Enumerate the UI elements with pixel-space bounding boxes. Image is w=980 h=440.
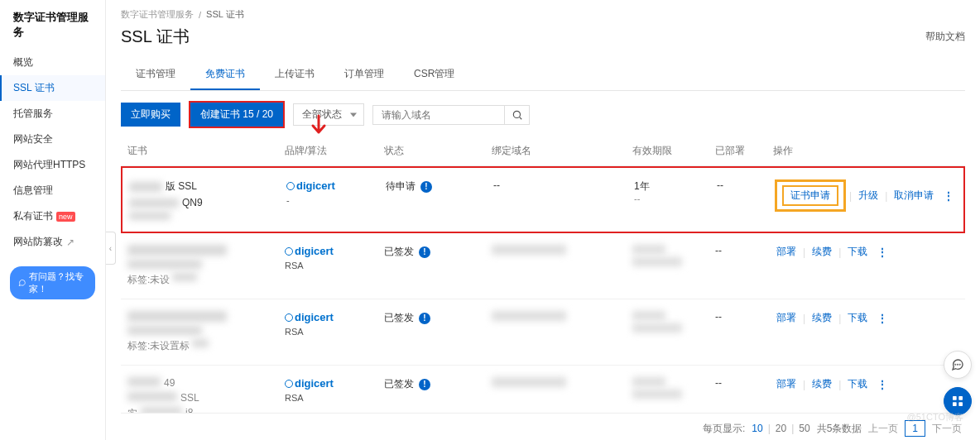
search-button[interactable] xyxy=(505,105,530,125)
action-download[interactable]: 下载 xyxy=(844,311,871,325)
svg-point-3 xyxy=(958,364,958,365)
svg-rect-8 xyxy=(958,402,963,406)
status-info-icon[interactable]: ! xyxy=(419,246,430,258)
table-row: 标签:未设 digicert RSA 已签发! -- 部署| 续费| 下载 ⋮ xyxy=(121,233,965,299)
tab-free-cert[interactable]: 免费证书 xyxy=(190,60,260,90)
sidebar-item-tamper[interactable]: 网站防篡改↗ xyxy=(0,229,105,255)
expert-help-button[interactable]: 有问题？找专家！ xyxy=(10,266,95,299)
current-page[interactable]: 1 xyxy=(905,420,925,437)
svg-point-0 xyxy=(513,111,520,117)
sidebar-item-website-proxy[interactable]: 网站代理HTTPS xyxy=(0,152,105,178)
pagination: 每页显示: 10 | 20 | 50 共5条数据 上一页 1 下一页 xyxy=(121,413,965,440)
cert-apply-highlight: 证书申请 xyxy=(775,179,846,212)
cert-table: 证书 品牌/算法 状态 绑定域名 有效期限 已部署 操作 版 SSL QN9 d… xyxy=(121,136,965,413)
tab-order-manage[interactable]: 订单管理 xyxy=(329,60,399,90)
more-actions-icon[interactable]: ⋮ xyxy=(874,246,890,258)
grid-icon xyxy=(951,395,964,408)
sidebar-item-website-security[interactable]: 网站安全 xyxy=(0,127,105,152)
apps-button[interactable] xyxy=(944,387,972,415)
external-link-icon: ↗ xyxy=(66,237,74,248)
action-renew[interactable]: 续费 xyxy=(809,245,835,259)
new-badge: new xyxy=(56,212,75,222)
more-actions-icon[interactable]: ⋮ xyxy=(874,379,890,390)
action-download[interactable]: 下载 xyxy=(844,245,871,259)
sidebar-collapse-handle[interactable]: ‹ xyxy=(106,232,116,265)
table-header: 证书 品牌/算法 状态 绑定域名 有效期限 已部署 操作 xyxy=(121,136,965,166)
breadcrumb: 数字证书管理服务 / SSL 证书 xyxy=(121,8,965,21)
th-deployed: 已部署 xyxy=(715,144,773,158)
status-info-icon[interactable]: ! xyxy=(420,181,432,193)
action-cell: 部署| 续费| 下载 ⋮ xyxy=(773,377,958,391)
valid-cell xyxy=(632,245,715,266)
digicert-logo: digicert xyxy=(285,245,384,257)
action-deploy[interactable]: 部署 xyxy=(773,377,800,391)
svg-rect-5 xyxy=(953,396,957,400)
th-cert: 证书 xyxy=(127,144,285,158)
breadcrumb-parent[interactable]: 数字证书管理服务 xyxy=(121,8,194,21)
svg-line-1 xyxy=(519,117,521,119)
th-valid: 有效期限 xyxy=(632,144,715,158)
cert-cell: 标签:未设 xyxy=(127,245,285,287)
digicert-logo: digicert xyxy=(285,311,384,323)
action-upgrade[interactable]: 升级 xyxy=(855,189,882,203)
status-info-icon[interactable]: ! xyxy=(419,379,430,390)
page-title: SSL 证书 xyxy=(121,26,190,48)
brand-cell: digicert RSA xyxy=(285,311,384,337)
float-buttons xyxy=(944,351,972,415)
action-renew[interactable]: 续费 xyxy=(809,311,835,325)
status-filter-select[interactable]: 全部状态 xyxy=(293,103,364,126)
status-info-icon[interactable]: ! xyxy=(419,313,430,324)
valid-cell xyxy=(632,311,715,332)
status-cell: 待申请 ! xyxy=(386,179,493,194)
digicert-logo: digicert xyxy=(285,377,384,390)
create-cert-button[interactable]: 创建证书 15 / 20 xyxy=(190,103,283,127)
deployed-cell: -- xyxy=(715,311,773,323)
chat-icon xyxy=(18,278,26,288)
action-cancel[interactable]: 取消申请 xyxy=(891,189,937,203)
more-actions-icon[interactable]: ⋮ xyxy=(940,190,956,202)
page-size-label: 每页显示: xyxy=(703,422,745,436)
help-doc-link[interactable]: 帮助文档 xyxy=(925,30,965,44)
tab-cert-manage[interactable]: 证书管理 xyxy=(121,60,190,90)
page-size-10[interactable]: 10 xyxy=(752,423,762,434)
sidebar-item-overview[interactable]: 概览 xyxy=(0,50,105,75)
next-page[interactable]: 下一页 xyxy=(932,422,962,436)
th-brand: 品牌/算法 xyxy=(285,144,384,158)
buy-button[interactable]: 立即购买 xyxy=(121,103,180,127)
th-domain: 绑定域名 xyxy=(492,144,632,158)
action-deploy[interactable]: 部署 xyxy=(773,245,800,259)
domain-cell: -- xyxy=(493,179,634,191)
svg-rect-6 xyxy=(958,396,963,400)
breadcrumb-current: SSL 证书 xyxy=(206,8,243,21)
cert-cell: 49 SSL 实j8 标签: xyxy=(127,377,285,413)
domain-cell xyxy=(492,245,632,255)
cert-cell: 标签:未设置标 xyxy=(127,311,285,353)
feedback-button[interactable] xyxy=(944,351,972,379)
brand-cell: digicert RSA xyxy=(285,245,384,270)
sidebar-item-info[interactable]: 信息管理 xyxy=(0,178,105,203)
action-cell: 证书申请 | 升级 | 取消申请 ⋮ xyxy=(775,179,957,212)
tab-csr-manage[interactable]: CSR管理 xyxy=(399,60,469,90)
action-apply[interactable]: 证书申请 xyxy=(787,189,833,201)
action-deploy[interactable]: 部署 xyxy=(773,311,800,325)
main-content: 数字证书管理服务 / SSL 证书 SSL 证书 帮助文档 证书管理 免费证书 … xyxy=(106,0,980,440)
status-cell: 已签发! xyxy=(384,377,492,391)
table-row: 版 SSL QN9 digicert - 待申请 ! -- 1年 -- -- xyxy=(121,166,965,233)
search-input[interactable] xyxy=(372,105,505,125)
svg-rect-7 xyxy=(953,402,957,406)
page-size-20[interactable]: 20 xyxy=(776,423,786,434)
action-renew[interactable]: 续费 xyxy=(809,377,835,391)
sidebar-item-ssl[interactable]: SSL 证书 xyxy=(0,75,105,101)
table-row: 49 SSL 实j8 标签: digicert RSA 已签发! -- 部署| … xyxy=(121,366,965,413)
tab-upload-cert[interactable]: 上传证书 xyxy=(260,60,329,90)
toolbar: 立即购买 创建证书 15 / 20 全部状态 xyxy=(121,91,965,136)
action-download[interactable]: 下载 xyxy=(844,377,871,391)
sidebar-item-hosting[interactable]: 托管服务 xyxy=(0,101,105,127)
more-actions-icon[interactable]: ⋮ xyxy=(874,313,890,324)
sidebar-title: 数字证书管理服务 xyxy=(0,10,105,50)
domain-cell xyxy=(492,377,632,387)
prev-page[interactable]: 上一页 xyxy=(868,422,898,436)
page-size-50[interactable]: 50 xyxy=(799,423,809,434)
brand-cell: digicert RSA xyxy=(285,377,384,403)
sidebar-item-private-cert[interactable]: 私有证书new xyxy=(0,203,105,229)
